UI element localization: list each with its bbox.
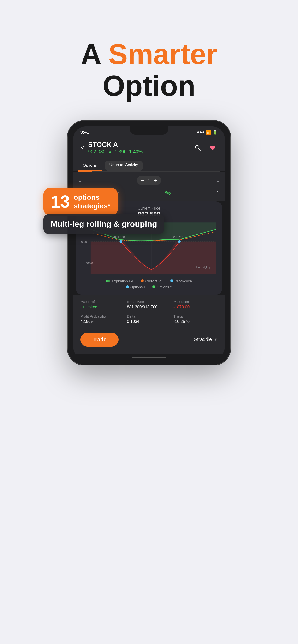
legend-options1-label: Options 1	[130, 285, 146, 289]
stock-header-right	[193, 143, 218, 153]
stock-name: STOCK A	[88, 141, 142, 148]
stat-breakeven: Breakeven 881.300/918.700	[127, 300, 171, 310]
legend-options2-label: Options 2	[157, 285, 172, 289]
legend-current-pl-label: Current P/L	[145, 279, 164, 283]
svg-line-1	[199, 149, 200, 150]
stat-max-loss-label: Max Loss	[174, 300, 218, 304]
badge-text-line2: strategies*	[74, 202, 110, 210]
stats-section: Max Profit Unlimited Breakeven 881.300/9…	[73, 295, 225, 329]
badge-13-options: 13 options strategies*	[43, 188, 118, 216]
tab-options[interactable]: Options	[78, 161, 102, 171]
home-indicator	[132, 356, 166, 358]
favorite-button[interactable]	[208, 143, 218, 153]
legend-breakeven-icon	[170, 280, 173, 282]
hero-prefix: A	[81, 38, 108, 70]
price-up-arrow-icon: ▲	[108, 149, 112, 154]
legend-breakeven: Breakeven	[170, 279, 192, 283]
badge-text-line1: options	[74, 193, 110, 202]
search-button[interactable]	[193, 143, 203, 153]
stock-price-row: 902.080 ▲ 1.390 1.40%	[88, 149, 142, 154]
hero-line2: Option	[103, 70, 196, 102]
legend-options2-icon	[152, 286, 155, 288]
badge-multileg: Multi-leg rolling & grouping	[43, 214, 164, 234]
stat-max-profit-label: Max Profit	[80, 300, 124, 304]
badge-text-block: options strategies*	[74, 193, 110, 210]
stock-change: 1.390	[114, 149, 126, 154]
phone-screen: 9:41 ●●● 📶 🔋 < STOCK A 902.080 ▲ 1.390 1…	[73, 126, 225, 359]
svg-text:881.300: 881.300	[114, 236, 125, 239]
qty-label-right: 1	[217, 178, 219, 182]
stat-delta-value: 0.1034	[127, 319, 171, 324]
svg-text:0.00: 0.00	[81, 240, 87, 244]
stat-delta: Delta 0.1034	[127, 314, 171, 324]
hero-title: A Smarter Option	[0, 38, 298, 102]
strategy-label: Straddle	[194, 337, 212, 342]
stat-theta-value: -10.2576	[174, 319, 218, 324]
legend-breakeven-label: Breakeven	[175, 279, 192, 283]
phone-frame: 9:41 ●●● 📶 🔋 < STOCK A 902.080 ▲ 1.390 1…	[67, 121, 231, 365]
legend-options1-icon	[126, 286, 129, 288]
stat-max-profit: Max Profit Unlimited	[80, 300, 124, 310]
stat-delta-label: Delta	[127, 314, 171, 318]
badge-number: 13	[51, 193, 70, 210]
legend-expiration-pl-icon	[106, 280, 110, 282]
trade-button[interactable]: Trade	[80, 333, 118, 346]
svg-text:918.700: 918.700	[173, 236, 183, 239]
stock-header: < STOCK A 902.080 ▲ 1.390 1.40%	[73, 138, 225, 159]
bottom-bar: Trade Straddle ▼	[73, 329, 225, 354]
stats-grid: Max Profit Unlimited Breakeven 881.300/9…	[80, 300, 218, 324]
stat-max-loss: Max Loss -1870.00	[174, 300, 218, 310]
stat-breakeven-value: 881.300/918.700	[127, 305, 171, 310]
legend-expiration-pl: Expiration P/L	[106, 279, 134, 283]
status-time: 9:41	[80, 130, 89, 135]
stat-theta: Theta -10.2576	[174, 314, 218, 324]
stock-header-left: < STOCK A 902.080 ▲ 1.390 1.40%	[80, 141, 142, 154]
qty-value: 1	[147, 178, 150, 183]
tab-unusual-activity[interactable]: Unusual Activity	[105, 161, 143, 171]
qty-minus-button[interactable]: −	[141, 177, 144, 184]
stock-pct: 1.40%	[129, 149, 143, 154]
trade-qty-row: 1 − 1 + 1	[79, 176, 219, 185]
stat-max-profit-value: Unlimited	[80, 305, 124, 310]
phone-notch	[130, 126, 168, 134]
legend-options1: Options 1	[126, 285, 146, 289]
legend-expiration-pl-label: Expiration P/L	[112, 279, 134, 283]
phone-wrapper: 13 options strategies* Multi-leg rolling…	[58, 121, 240, 365]
stock-info: STOCK A 902.080 ▲ 1.390 1.40%	[88, 141, 142, 154]
status-icons: ●●● 📶 🔋	[197, 130, 218, 135]
legend-current-pl: Current P/L	[141, 279, 164, 283]
qty-sub-label: 1	[79, 178, 81, 182]
stat-profit-prob-value: 42.90%	[80, 319, 124, 324]
option-qty: 1	[217, 191, 219, 195]
stat-profit-prob: Profit Probability 42.90%	[80, 314, 124, 324]
legend-area: Expiration P/L Current P/L Breakeven	[79, 279, 219, 289]
stat-breakeven-label: Breakeven	[127, 300, 171, 304]
legend-row-2: Options 1 Options 2	[126, 285, 172, 289]
svg-text:Underlying: Underlying	[196, 266, 210, 269]
qty-plus-button[interactable]: +	[154, 177, 157, 184]
stat-max-loss-value: -1870.00	[174, 305, 218, 310]
svg-point-7	[119, 240, 122, 243]
back-button[interactable]: <	[80, 144, 84, 152]
svg-point-8	[178, 240, 181, 243]
hero-section: A Smarter Option	[0, 0, 298, 121]
badge-multileg-text: Multi-leg rolling & grouping	[51, 220, 157, 229]
stat-profit-prob-label: Profit Probability	[80, 314, 124, 318]
nav-tabs-area: Options Unusual Activity	[73, 159, 225, 171]
strategy-selector[interactable]: Straddle ▼	[194, 337, 218, 342]
option-action: Buy	[165, 191, 171, 195]
strategy-dropdown-arrow-icon: ▼	[214, 338, 218, 342]
hero-orange: Smarter	[108, 38, 217, 70]
legend-current-pl-icon	[141, 280, 144, 282]
legend-options2: Options 2	[152, 285, 172, 289]
stat-theta-label: Theta	[174, 314, 218, 318]
stock-price: 902.080	[88, 149, 105, 154]
legend-row-1: Expiration P/L Current P/L Breakeven	[106, 279, 192, 283]
qty-control: − 1 +	[137, 176, 161, 185]
